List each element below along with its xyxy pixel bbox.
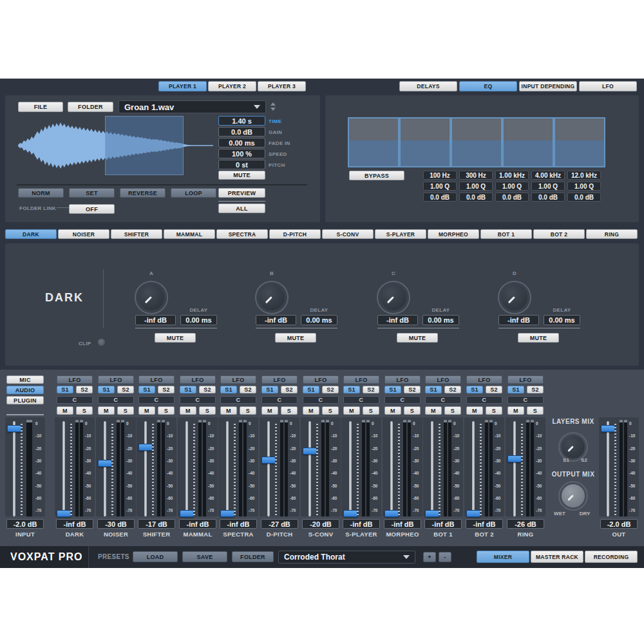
player-reverse-button[interactable]: REVERSE: [120, 188, 166, 198]
eq-frequencies-4[interactable]: 4.00 kHz: [531, 171, 565, 180]
fader-track-ring[interactable]: [513, 421, 516, 516]
fader-track-bot-1[interactable]: [431, 421, 433, 516]
channel-value-s-conv[interactable]: -20 dB: [302, 519, 339, 529]
strip-bot-2-solo-button[interactable]: S: [486, 406, 502, 415]
eq-band-3[interactable]: [451, 117, 502, 167]
strip-noiser-s2-button[interactable]: S2: [117, 386, 134, 393]
knob-level-b[interactable]: -inf dB: [256, 315, 296, 325]
fader-track-morpheo[interactable]: [390, 421, 393, 516]
fader-track-shifter[interactable]: [144, 421, 147, 516]
fader-handle-out[interactable]: [601, 425, 615, 432]
eq-band-5[interactable]: [554, 117, 605, 167]
eq-gains-1[interactable]: 0.0 dB: [423, 193, 457, 202]
knob-level-a[interactable]: -inf dB: [135, 315, 176, 325]
param-value-speed[interactable]: 100 %: [218, 149, 265, 158]
fader-handle-noiser[interactable]: [98, 460, 112, 467]
strip-shifter-center-button[interactable]: C: [138, 396, 175, 404]
player-mute-button[interactable]: MUTE: [218, 171, 265, 180]
fader-track-mammal[interactable]: [185, 421, 188, 516]
layer-tab-bot-1[interactable]: BOT 1: [480, 229, 532, 239]
fader-handle-s-conv[interactable]: [303, 448, 317, 455]
strip-mammal-center-button[interactable]: C: [180, 396, 216, 404]
strip-spectra-mute-button[interactable]: M: [220, 406, 237, 415]
fader-track-input[interactable]: [13, 421, 15, 516]
strip-noiser-s1-button[interactable]: S1: [98, 386, 115, 393]
strip-morpheo-lfo-button[interactable]: LFO: [384, 375, 421, 384]
channel-value-bot-1[interactable]: -inf dB: [424, 519, 462, 529]
eq-frequencies-2[interactable]: 300 Hz: [459, 171, 493, 180]
strip-morpheo-center-button[interactable]: C: [384, 396, 421, 404]
strip-dark-mute-button[interactable]: M: [57, 406, 73, 415]
layer-tab-ring[interactable]: RING: [586, 229, 638, 239]
eq-gains-4[interactable]: 0.0 dB: [531, 193, 565, 202]
preset-save-button[interactable]: SAVE: [182, 551, 227, 562]
eq-gains-5[interactable]: 0.0 dB: [567, 193, 601, 202]
preset-plus-button[interactable]: +: [423, 552, 436, 562]
eq-frequencies-3[interactable]: 1.00 kHz: [495, 171, 529, 180]
preset-load-button[interactable]: LOAD: [133, 551, 178, 562]
strip-noiser-solo-button[interactable]: S: [117, 406, 134, 415]
player-set-button[interactable]: SET: [69, 188, 115, 198]
strip-morpheo-s2-button[interactable]: S2: [404, 386, 421, 393]
strip-ring-s1-button[interactable]: S1: [507, 386, 524, 393]
waveform-display[interactable]: [18, 116, 213, 175]
folder-link-off-button[interactable]: OFF: [69, 204, 115, 214]
strip-ring-solo-button[interactable]: S: [527, 406, 544, 415]
eq-gains-2[interactable]: 0.0 dB: [459, 193, 493, 202]
fader-handle-ring[interactable]: [507, 455, 522, 462]
fader-track-spectra[interactable]: [226, 421, 229, 516]
strip-dark-s2-button[interactable]: S2: [76, 386, 93, 393]
strip-spectra-center-button[interactable]: C: [220, 396, 256, 404]
layer-knob-b[interactable]: [255, 281, 289, 314]
strip-s-player-center-button[interactable]: C: [343, 396, 379, 404]
source-mic-button[interactable]: MIC: [6, 375, 44, 384]
player-tab-2[interactable]: PLAYER 2: [208, 81, 256, 91]
strip-d-pitch-lfo-button[interactable]: LFO: [261, 375, 298, 384]
layer-tab-noiser[interactable]: NOISER: [58, 229, 109, 239]
fader-track-noiser[interactable]: [104, 421, 106, 516]
param-value-fade-in[interactable]: 0.00 ms: [218, 138, 265, 147]
player-tab-1[interactable]: PLAYER 1: [158, 81, 207, 91]
strip-dark-center-button[interactable]: C: [57, 396, 93, 404]
strip-bot-1-solo-button[interactable]: S: [444, 406, 461, 415]
channel-value-out[interactable]: -2.0 dB: [600, 519, 638, 529]
strip-d-pitch-center-button[interactable]: C: [261, 396, 298, 404]
channel-value-bot-2[interactable]: -inf dB: [466, 519, 503, 529]
folder-button[interactable]: FOLDER: [68, 102, 113, 112]
channel-value-shifter[interactable]: -17 dB: [138, 519, 175, 529]
fader-handle-bot-1[interactable]: [425, 510, 439, 517]
strip-s-conv-s2-button[interactable]: S2: [322, 386, 339, 393]
source-plugin-button[interactable]: PLUGIN: [6, 396, 44, 404]
eq-q_values-3[interactable]: 1.00 Q: [495, 182, 529, 191]
fader-handle-spectra[interactable]: [220, 510, 234, 517]
strip-ring-mute-button[interactable]: M: [507, 406, 524, 415]
strip-s-player-lfo-button[interactable]: LFO: [343, 375, 379, 384]
strip-mammal-mute-button[interactable]: M: [180, 406, 196, 415]
file-button[interactable]: FILE: [18, 102, 63, 112]
channel-value-noiser[interactable]: -30 dB: [97, 519, 135, 529]
strip-s-conv-solo-button[interactable]: S: [322, 406, 339, 415]
strip-ring-lfo-button[interactable]: LFO: [507, 375, 544, 384]
fader-handle-mammal[interactable]: [180, 510, 194, 517]
strip-spectra-lfo-button[interactable]: LFO: [220, 375, 256, 384]
knob-level-d[interactable]: -inf dB: [498, 315, 539, 325]
layer-tab-spectra[interactable]: SPECTRA: [216, 229, 268, 239]
layer-tab-s-conv[interactable]: S-CONV: [322, 229, 374, 239]
eq-q_values-4[interactable]: 1.00 Q: [531, 182, 565, 191]
layer-knob-c[interactable]: [377, 281, 410, 314]
fader-track-s-player[interactable]: [349, 421, 352, 516]
knob-delay-c[interactable]: 0.00 ms: [422, 315, 459, 325]
strip-noiser-lfo-button[interactable]: LFO: [98, 375, 134, 384]
layer-tab-mammal[interactable]: MAMMAL: [164, 229, 215, 239]
layer-tab-s-player[interactable]: S-PLAYER: [375, 229, 426, 239]
strip-d-pitch-s2-button[interactable]: S2: [281, 386, 298, 393]
strip-bot-1-s1-button[interactable]: S1: [425, 386, 442, 393]
bypass-button[interactable]: BYPASS: [349, 171, 404, 180]
eq-frequencies-1[interactable]: 100 Hz: [423, 171, 457, 180]
eq-frequencies-5[interactable]: 12.0 kHz: [567, 171, 601, 180]
fx-tab-input-depending[interactable]: INPUT DEPENDING: [519, 81, 577, 91]
eq-band-1[interactable]: [348, 117, 399, 167]
knob-delay-d[interactable]: 0.00 ms: [544, 315, 580, 325]
sample-select[interactable]: Groan 1.wav: [118, 100, 266, 113]
layer-knob-a[interactable]: [135, 281, 168, 314]
